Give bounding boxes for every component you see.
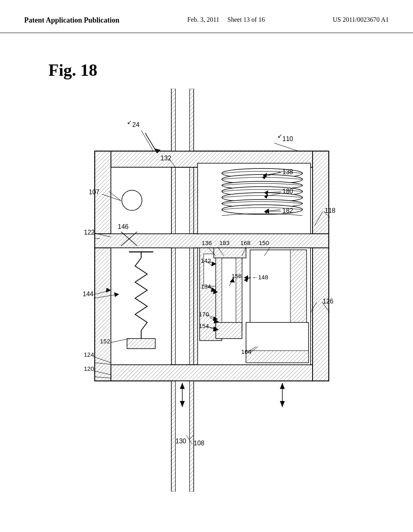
label-118: 118 — [325, 207, 336, 214]
svg-rect-50 — [246, 351, 309, 363]
label-168: 168 — [240, 239, 250, 246]
label-148: ←148 — [252, 274, 268, 281]
svg-marker-57 — [280, 383, 285, 389]
label-146: 146 — [118, 223, 129, 230]
label-130: 130 — [175, 438, 186, 445]
diagram-container: 24 ↙ 110 ↙ 132 107 138 180 182 118 122 1… — [32, 89, 379, 492]
header-date: Feb. 3, 2011 — [187, 16, 219, 23]
label-142: 142 — [201, 257, 211, 264]
svg-rect-48 — [216, 322, 242, 339]
svg-rect-23 — [171, 234, 194, 248]
header-right-text: US 2011/0023670 A1 — [333, 16, 389, 23]
svg-rect-47 — [236, 258, 242, 330]
svg-rect-41 — [290, 250, 307, 330]
label-136: 136 — [202, 239, 212, 246]
label-182: 182 — [282, 207, 293, 214]
label-180: 180 — [282, 188, 293, 195]
svg-rect-20 — [95, 151, 111, 381]
svg-rect-30 — [127, 339, 155, 349]
header-left-text: Patent Application Publication — [24, 16, 119, 25]
label-107: 107 — [89, 189, 100, 195]
label-170: 170 — [199, 311, 209, 318]
label-24: 24 — [132, 121, 140, 128]
svg-point-26 — [122, 190, 142, 210]
svg-text:↙: ↙ — [127, 119, 132, 125]
svg-rect-19 — [95, 365, 329, 381]
svg-line-62 — [274, 143, 298, 151]
label-183: 183 — [219, 239, 229, 246]
label-164: 164 — [241, 348, 251, 355]
label-152: 152 — [100, 338, 110, 345]
svg-rect-15 — [175, 89, 190, 492]
svg-rect-21 — [313, 151, 329, 381]
label-120: 120 — [84, 365, 94, 372]
label-150: 150 — [259, 239, 269, 246]
label-110: 110 — [282, 135, 293, 142]
label-108: 108 — [194, 440, 204, 447]
svg-text:↙: ↙ — [277, 133, 282, 139]
label-124: 124 — [84, 351, 94, 358]
page-header: Patent Application Publication Feb. 3, 2… — [0, 0, 413, 33]
svg-rect-44 — [214, 248, 246, 258]
figure-title: Fig. 18 — [48, 60, 97, 80]
label-154: 154 — [199, 322, 209, 329]
label-134: 134 — [201, 283, 211, 290]
label-126: 126 — [323, 298, 334, 305]
header-center-text: Feb. 3, 2011 Sheet 13 of 16 — [187, 16, 265, 23]
svg-marker-58 — [280, 401, 285, 407]
svg-line-61 — [141, 130, 153, 151]
label-132: 132 — [161, 155, 171, 162]
label-138: 138 — [282, 168, 293, 175]
label-144: 144 — [83, 291, 94, 297]
label-122: 122 — [84, 229, 95, 236]
header-sheet: Sheet 13 of 16 — [227, 16, 265, 23]
